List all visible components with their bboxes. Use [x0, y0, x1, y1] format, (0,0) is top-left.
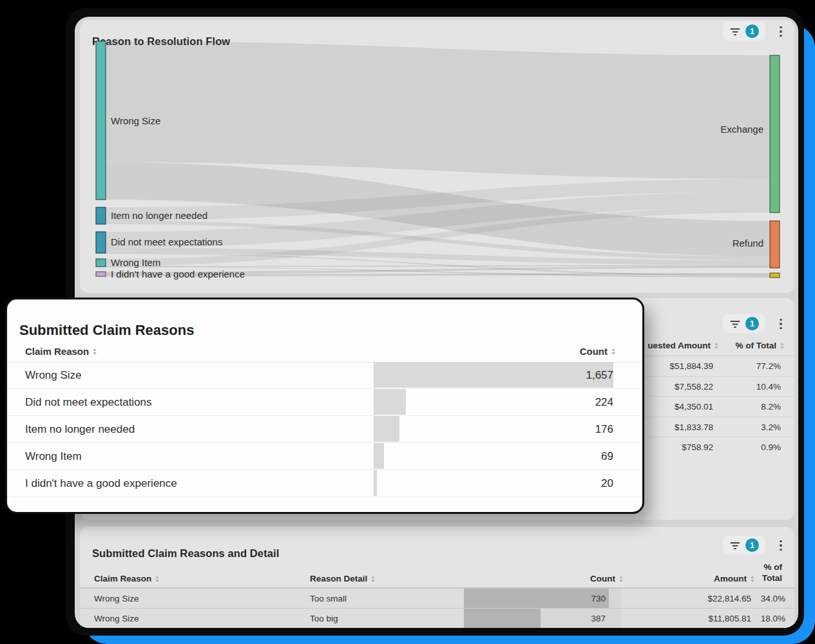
column-label: Amount — [714, 574, 747, 583]
count-bar — [374, 389, 406, 415]
filter-button[interactable]: 1 — [723, 22, 765, 41]
count-value: 730 — [591, 594, 606, 603]
popup-table-body: Wrong Size 1,657 Did not meet expectatio… — [7, 362, 642, 497]
sankey-node-did-not-meet-expectations[interactable] — [96, 232, 106, 253]
pct-of-total-value: 34.0% — [761, 594, 785, 603]
sort-icon[interactable] — [751, 576, 754, 582]
node-label-exchange: Exchange — [720, 124, 763, 135]
table-row[interactable]: Wrong Item 69 — [7, 443, 642, 470]
kebab-menu-button[interactable] — [776, 537, 785, 554]
column-header-pct-of-total[interactable]: % of Total — [762, 562, 782, 583]
count-value: 20 — [601, 477, 613, 490]
filter-button[interactable]: 1 — [723, 314, 765, 333]
sort-icon[interactable] — [371, 576, 375, 582]
column-header-requested-amount[interactable]: uested Amount — [647, 341, 718, 350]
amount-value: $11,805.81 — [708, 614, 751, 623]
column-label-line2: Total — [762, 573, 782, 583]
sankey-node-refund[interactable] — [770, 221, 780, 268]
node-label-item-no-longer-needed: Item no longer needed — [111, 210, 207, 221]
claim-reasons-popup: Submitted Claim Reasons Claim Reason Cou… — [5, 298, 644, 514]
column-header-claim-reason[interactable]: Claim Reason — [94, 574, 159, 583]
sankey-node-wrong-item[interactable] — [96, 259, 106, 267]
sankey-diagram: Wrong Size Item no longer needed Did not… — [93, 39, 783, 285]
column-label: Reason Detail — [310, 574, 367, 583]
filter-funnel-icon — [729, 26, 741, 37]
sankey-card: Reason to Resolution Flow 1 — [80, 20, 794, 293]
table-row[interactable]: I didn't have a good experience 20 — [7, 470, 642, 497]
link-wrongsize-exchange — [106, 41, 770, 179]
reason-detail-value: Too small — [310, 594, 347, 603]
node-label-wrong-size: Wrong Size — [111, 115, 160, 126]
popup-table-header: Claim Reason Count — [7, 341, 642, 363]
claim-reason-value: I didn't have a good experience — [25, 477, 177, 490]
count-bar-track: 730 — [464, 589, 621, 609]
filter-button[interactable]: 1 — [723, 536, 765, 554]
column-label: Claim Reason — [25, 346, 89, 357]
filter-funnel-icon — [729, 318, 741, 330]
node-label-refund: Refund — [733, 238, 763, 249]
count-value: 69 — [601, 450, 613, 463]
count-bar — [374, 362, 613, 388]
sort-icon[interactable] — [155, 576, 159, 582]
claim-reason-value: Wrong Item — [25, 450, 82, 463]
count-value: 224 — [595, 396, 613, 409]
claim-reason-value: Wrong Size — [94, 594, 139, 603]
count-bar-track: 387 — [464, 609, 621, 628]
row-cells: Wrong Size Too big 387 $11,805.81 18.0% — [80, 609, 794, 628]
table-row[interactable]: Wrong Size 1,657 — [7, 362, 642, 389]
sort-icon[interactable] — [780, 343, 784, 349]
reason-detail-value: Too big — [310, 614, 338, 623]
requested-amount-value: $4,350.01 — [675, 402, 713, 412]
sankey-node-unlabeled-small[interactable] — [770, 273, 780, 278]
pct-of-total-value: 3.2% — [761, 422, 781, 432]
count-bar — [464, 609, 541, 628]
count-bar — [374, 470, 377, 496]
kebab-menu-button[interactable] — [776, 316, 785, 332]
sort-icon[interactable] — [714, 343, 718, 349]
sort-icon[interactable] — [93, 348, 97, 355]
table-row[interactable]: Wrong Size Too small 730 $22,814.65 34.0… — [80, 588, 794, 609]
node-label-wrong-item: Wrong Item — [111, 257, 160, 268]
column-label: Claim Reason — [94, 574, 151, 583]
count-bar — [374, 416, 399, 442]
column-header-count[interactable]: Count — [590, 574, 623, 583]
pct-of-total-value: 8.2% — [761, 402, 781, 412]
link-wrongitem-refund — [106, 265, 770, 267]
column-label: uested Amount — [647, 341, 711, 350]
pct-of-total-value: 10.4% — [756, 382, 781, 392]
claim-reason-value: Wrong Size — [25, 369, 82, 382]
count-bar — [374, 443, 384, 469]
requested-amount-value: $51,884.39 — [669, 361, 713, 371]
column-header-pct-of-total[interactable]: % of Total — [736, 341, 785, 350]
detail-table-header: Claim Reason Reason Detail Count Amount — [80, 560, 794, 588]
sankey-node-exchange[interactable] — [770, 55, 780, 213]
claim-reason-value: Did not meet expectations — [25, 396, 152, 409]
table-row[interactable]: Wrong Size Too big 387 $11,805.81 18.0% — [80, 608, 794, 628]
detail-card-title: Submitted Claim Reasons and Detail — [92, 547, 279, 560]
count-value: 1,657 — [586, 369, 613, 382]
node-label-no-good-experience: I didn't have a good experience — [111, 269, 245, 279]
kebab-menu-button[interactable] — [776, 23, 785, 40]
count-value: 387 — [591, 614, 606, 623]
column-header-reason-detail[interactable]: Reason Detail — [310, 574, 375, 583]
column-header-claim-reason[interactable]: Claim Reason — [25, 346, 97, 357]
table-row[interactable]: Item no longer needed 176 — [7, 416, 642, 443]
requested-amount-value: $758.92 — [682, 442, 713, 452]
filter-count-badge: 1 — [745, 24, 759, 38]
column-label: % of Total — [736, 341, 777, 350]
filter-count-badge: 1 — [745, 317, 759, 330]
row-cells: Wrong Size Too small 730 $22,814.65 34.0… — [80, 589, 794, 609]
count-value: 176 — [595, 423, 613, 436]
popup-title: Submitted Claim Reasons — [19, 322, 194, 339]
count-bar — [464, 589, 609, 609]
sankey-node-no-good-experience[interactable] — [96, 272, 106, 276]
table-row[interactable]: Did not meet expectations 224 — [7, 389, 642, 416]
column-header-count[interactable]: Count — [580, 346, 615, 357]
pct-of-total-value: 0.9% — [761, 442, 781, 452]
sankey-node-wrong-size[interactable] — [96, 41, 106, 200]
sort-icon[interactable] — [619, 576, 623, 582]
claim-reason-value: Wrong Size — [94, 614, 139, 623]
sort-icon[interactable] — [611, 348, 615, 355]
column-header-amount[interactable]: Amount — [714, 574, 754, 583]
sankey-node-item-no-longer-needed[interactable] — [96, 207, 106, 224]
